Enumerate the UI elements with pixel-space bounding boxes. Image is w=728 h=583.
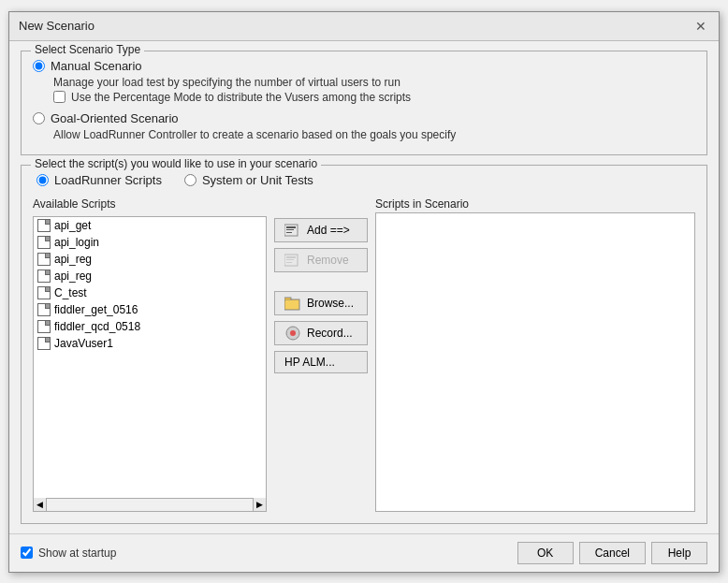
list-item[interactable]: fiddler_qcd_0518 [34, 318, 266, 335]
script-name: api_reg [54, 270, 92, 283]
scroll-left-button[interactable]: ◀ [34, 498, 47, 511]
script-icon [37, 236, 51, 249]
system-ut-radio[interactable] [184, 174, 197, 186]
svg-point-12 [290, 330, 296, 336]
script-icon [37, 303, 51, 316]
svg-rect-1 [286, 226, 296, 228]
close-button[interactable]: ✕ [692, 18, 709, 35]
system-ut-label[interactable]: System or Unit Tests [202, 173, 313, 187]
script-name: C_test [54, 286, 87, 299]
manual-scenario-label[interactable]: Manual Scenario [51, 59, 142, 73]
scenario-scripts-label: Scripts in Scenario [375, 197, 695, 211]
percentage-mode-checkbox[interactable] [53, 91, 66, 103]
available-scripts-col: Available Scripts api_get api_login [33, 197, 267, 512]
script-icon [37, 270, 51, 283]
scripts-group-label: Select the script(s) you would like to u… [31, 157, 321, 170]
list-item[interactable]: fiddler_get_0516 [34, 301, 266, 318]
lr-scripts-label[interactable]: LoadRunner Scripts [54, 173, 162, 187]
add-label: Add ==> [307, 224, 350, 237]
dialog-footer: Show at startup OK Cancel Help [9, 533, 719, 572]
manual-scenario-row: Manual Scenario [33, 59, 695, 73]
scripts-inner: LoadRunner Scripts System or Unit Tests … [33, 173, 695, 512]
scripts-in-scenario-list[interactable] [375, 212, 695, 512]
new-scenario-dialog: New Scenario ✕ Select Scenario Type Manu… [8, 11, 720, 573]
hpalm-label: HP ALM... [284, 356, 335, 369]
manual-desc: Manage your load test by specifying the … [53, 76, 695, 89]
svg-rect-9 [284, 298, 291, 300]
record-icon [284, 326, 301, 341]
svg-rect-10 [285, 300, 298, 309]
list-item[interactable]: JavaVuser1 [34, 335, 266, 352]
show-startup-label[interactable]: Show at startup [38, 547, 116, 560]
lr-scripts-radio[interactable] [36, 174, 49, 186]
script-name: api_get [54, 219, 91, 232]
scripts-in-scenario-col: Scripts in Scenario [375, 197, 695, 512]
script-icon [37, 219, 51, 232]
list-item[interactable]: api_reg [34, 268, 266, 284]
script-name: api_reg [54, 253, 92, 266]
dialog-content: Select Scenario Type Manual Scenario Man… [9, 41, 719, 533]
title-bar: New Scenario ✕ [9, 12, 719, 41]
add-icon [284, 223, 301, 238]
list-item[interactable]: api_get [34, 217, 266, 234]
script-icon [37, 337, 51, 350]
script-name: fiddler_qcd_0518 [54, 320, 140, 333]
horizontal-scrollbar[interactable]: ◀ ▶ [33, 499, 267, 512]
scenario-type-group: Select Scenario Type Manual Scenario Man… [21, 51, 707, 155]
svg-rect-5 [286, 256, 296, 258]
goal-scenario-label[interactable]: Goal-Oriented Scenario [51, 111, 179, 125]
browse-label: Browse... [307, 297, 354, 310]
svg-rect-2 [286, 229, 294, 230]
script-name: JavaVuser1 [54, 337, 113, 350]
remove-icon [284, 253, 301, 268]
script-icon [37, 286, 51, 299]
available-scripts-list[interactable]: api_get api_login api_reg [33, 216, 267, 499]
list-item[interactable]: C_test [34, 284, 266, 301]
list-item[interactable]: api_login [34, 234, 266, 251]
dialog-title: New Scenario [19, 19, 95, 33]
svg-rect-7 [286, 262, 292, 263]
scenario-type-label: Select Scenario Type [31, 43, 144, 56]
svg-rect-3 [286, 232, 292, 233]
action-buttons-col: Add ==> Remove [274, 197, 368, 512]
remove-button[interactable]: Remove [274, 248, 368, 272]
add-button[interactable]: Add ==> [274, 218, 368, 242]
script-icon [37, 253, 51, 266]
system-ut-row: System or Unit Tests [184, 173, 313, 187]
cancel-button[interactable]: Cancel [579, 542, 646, 564]
available-scripts-label: Available Scripts [33, 197, 267, 211]
show-startup-checkbox[interactable] [21, 547, 33, 559]
manual-scenario-radio[interactable] [33, 60, 45, 72]
ok-button[interactable]: OK [517, 542, 574, 564]
hpalm-button[interactable]: HP ALM... [274, 351, 368, 373]
goal-scenario-radio[interactable] [33, 112, 45, 124]
goal-desc: Allow LoadRunner Controller to create a … [53, 128, 695, 141]
percentage-mode-row: Use the Percentage Mode to distribute th… [53, 91, 695, 104]
scripts-group: Select the script(s) you would like to u… [21, 165, 707, 524]
scroll-track [47, 499, 253, 511]
record-button[interactable]: Record... [274, 321, 368, 345]
goal-scenario-row: Goal-Oriented Scenario [33, 111, 695, 125]
help-button[interactable]: Help [651, 542, 707, 564]
lr-scripts-row: LoadRunner Scripts [36, 173, 162, 187]
script-name: api_login [54, 236, 99, 249]
browse-icon [284, 296, 301, 311]
scripts-type-radio-group: LoadRunner Scripts System or Unit Tests [36, 173, 695, 190]
script-icon [37, 320, 51, 333]
lists-row: Available Scripts api_get api_login [33, 197, 695, 512]
scroll-right-button[interactable]: ▶ [253, 498, 266, 511]
browse-button[interactable]: Browse... [274, 291, 368, 315]
footer-left: Show at startup [21, 547, 517, 560]
script-name: fiddler_get_0516 [54, 303, 138, 316]
svg-rect-6 [286, 259, 294, 260]
percentage-mode-label[interactable]: Use the Percentage Mode to distribute th… [71, 91, 411, 104]
record-label: Record... [307, 327, 353, 340]
footer-buttons: OK Cancel Help [517, 542, 707, 564]
list-item[interactable]: api_reg [34, 251, 266, 268]
remove-label: Remove [307, 254, 349, 267]
